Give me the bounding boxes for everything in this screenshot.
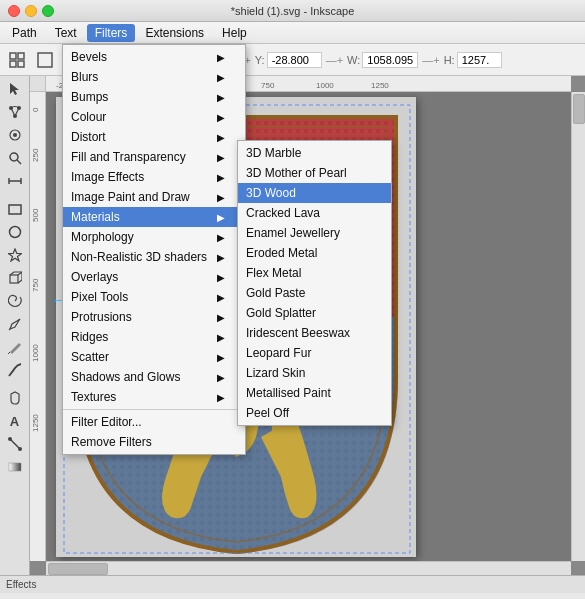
- coord-arrow-w: —+: [422, 54, 439, 66]
- scrollbar-thumb-h[interactable]: [48, 563, 108, 575]
- materials-flex-metal[interactable]: Flex Metal: [238, 263, 391, 283]
- filters-filter-editor[interactable]: Filter Editor...: [63, 412, 245, 432]
- filters-ridges[interactable]: Ridges▶: [63, 327, 245, 347]
- materials-enamel-jewellery[interactable]: Enamel Jewellery: [238, 223, 391, 243]
- svg-line-30: [9, 329, 10, 330]
- close-button[interactable]: [8, 5, 20, 17]
- tool-text[interactable]: A: [4, 410, 26, 432]
- tool-rect[interactable]: [4, 198, 26, 220]
- filters-remove[interactable]: Remove Filters: [63, 432, 245, 452]
- svg-text:1000: 1000: [31, 344, 40, 362]
- svg-text:250: 250: [31, 148, 40, 162]
- filters-image-effects[interactable]: Image Effects▶: [63, 167, 245, 187]
- materials-peel-off[interactable]: Peel Off: [238, 403, 391, 423]
- coord-y-value[interactable]: -28.800: [267, 52, 322, 68]
- tool-spiral[interactable]: [4, 290, 26, 312]
- svg-point-26: [9, 227, 20, 238]
- coord-h-label: H:: [444, 54, 455, 66]
- tool-bucket[interactable]: [4, 387, 26, 409]
- tool-pointer[interactable]: [4, 78, 26, 100]
- filters-protrusions[interactable]: Protrusions▶: [63, 307, 245, 327]
- tool-calligraphy[interactable]: [4, 359, 26, 381]
- materials-submenu: 3D Marble 3D Mother of Pearl 3D Wood Cra…: [237, 140, 392, 426]
- materials-gold-splatter[interactable]: Gold Splatter: [238, 303, 391, 323]
- svg-text:1000: 1000: [316, 81, 334, 90]
- menu-path[interactable]: Path: [4, 24, 45, 42]
- menu-bar: Path Text Filters Extensions Help: [0, 22, 585, 44]
- filters-blurs[interactable]: Blurs▶: [63, 67, 245, 87]
- tool-node[interactable]: [4, 101, 26, 123]
- filters-bevels[interactable]: Bevels▶: [63, 47, 245, 67]
- filters-bumps[interactable]: Bumps▶: [63, 87, 245, 107]
- minimize-button[interactable]: [25, 5, 37, 17]
- filters-distort[interactable]: Distort▶: [63, 127, 245, 147]
- materials-gold-paste[interactable]: Gold Paste: [238, 283, 391, 303]
- tool-3d-box[interactable]: [4, 267, 26, 289]
- tool-measure[interactable]: [4, 170, 26, 192]
- tool-star[interactable]: [4, 244, 26, 266]
- materials-lizard-skin[interactable]: Lizard Skin: [238, 363, 391, 383]
- filters-materials[interactable]: Materials▶: [63, 207, 245, 227]
- window-controls[interactable]: [8, 5, 54, 17]
- svg-rect-1: [10, 61, 16, 67]
- filters-menu: Bevels▶ Blurs▶ Bumps▶ Colour▶ Distort▶ F…: [62, 44, 246, 455]
- svg-marker-14: [10, 83, 19, 95]
- tool-connector[interactable]: [4, 433, 26, 455]
- materials-leopard-fur[interactable]: Leopard Fur: [238, 343, 391, 363]
- menu-text[interactable]: Text: [47, 24, 85, 42]
- materials-3d-wood[interactable]: 3D Wood: [238, 183, 391, 203]
- filters-scatter[interactable]: Scatter▶: [63, 347, 245, 367]
- filters-image-paint-draw[interactable]: Image Paint and Draw▶: [63, 187, 245, 207]
- tool-zoom[interactable]: [4, 147, 26, 169]
- menu-extensions[interactable]: Extensions: [137, 24, 212, 42]
- toolbar-select[interactable]: [4, 47, 30, 73]
- filters-shadows-glows[interactable]: Shadows and Glows▶: [63, 367, 245, 387]
- materials-3d-mother-of-pearl[interactable]: 3D Mother of Pearl: [238, 163, 391, 183]
- maximize-button[interactable]: [42, 5, 54, 17]
- title-bar: *shield (1).svg - Inkscape: [0, 0, 585, 22]
- svg-rect-2: [18, 53, 24, 59]
- scrollbar-horizontal[interactable]: [46, 561, 571, 575]
- filters-textures[interactable]: Textures▶: [63, 387, 245, 407]
- svg-text:1250: 1250: [371, 81, 389, 90]
- svg-point-34: [18, 447, 22, 451]
- coord-w-value[interactable]: 1058.095: [362, 52, 418, 68]
- tool-circle[interactable]: [4, 221, 26, 243]
- materials-3d-marble[interactable]: 3D Marble: [238, 143, 391, 163]
- menu-filters[interactable]: Filters: [87, 24, 136, 42]
- filters-pixel-tools[interactable]: Pixel Tools▶: [63, 287, 245, 307]
- svg-text:0: 0: [31, 107, 40, 112]
- tool-gradient[interactable]: [4, 456, 26, 478]
- tool-tweak[interactable]: [4, 124, 26, 146]
- svg-rect-35: [9, 463, 21, 471]
- svg-line-31: [8, 352, 10, 354]
- filters-colour[interactable]: Colour▶: [63, 107, 245, 127]
- svg-text:750: 750: [261, 81, 275, 90]
- svg-rect-25: [9, 205, 21, 214]
- filters-overlays[interactable]: Overlays▶: [63, 267, 245, 287]
- svg-text:750: 750: [31, 278, 40, 292]
- materials-metallised-paint[interactable]: Metallised Paint: [238, 383, 391, 403]
- filters-fill-transparency[interactable]: Fill and Transparency▶: [63, 147, 245, 167]
- coord-arrow-y: —+: [326, 54, 343, 66]
- tool-pencil[interactable]: [4, 336, 26, 358]
- svg-rect-28: [10, 275, 18, 283]
- svg-point-19: [13, 133, 17, 137]
- coord-h-value[interactable]: 1257.: [457, 52, 502, 68]
- svg-rect-4: [38, 53, 52, 67]
- window-title: *shield (1).svg - Inkscape: [231, 5, 355, 17]
- materials-cracked-lava[interactable]: Cracked Lava: [238, 203, 391, 223]
- scrollbar-thumb-v[interactable]: [573, 94, 585, 124]
- menu-help[interactable]: Help: [214, 24, 255, 42]
- tool-pen[interactable]: [4, 313, 26, 335]
- svg-point-33: [8, 437, 12, 441]
- filters-non-realistic[interactable]: Non-Realistic 3D shaders▶: [63, 247, 245, 267]
- filters-morphology[interactable]: Morphology▶: [63, 227, 245, 247]
- materials-iridescent-beeswax[interactable]: Iridescent Beeswax: [238, 323, 391, 343]
- coord-y-label: Y:: [255, 54, 265, 66]
- ruler-corner: [30, 76, 46, 92]
- scrollbar-vertical[interactable]: [571, 92, 585, 561]
- toolbar-node[interactable]: [32, 47, 58, 73]
- materials-eroded-metal[interactable]: Eroded Metal: [238, 243, 391, 263]
- svg-rect-0: [10, 53, 16, 59]
